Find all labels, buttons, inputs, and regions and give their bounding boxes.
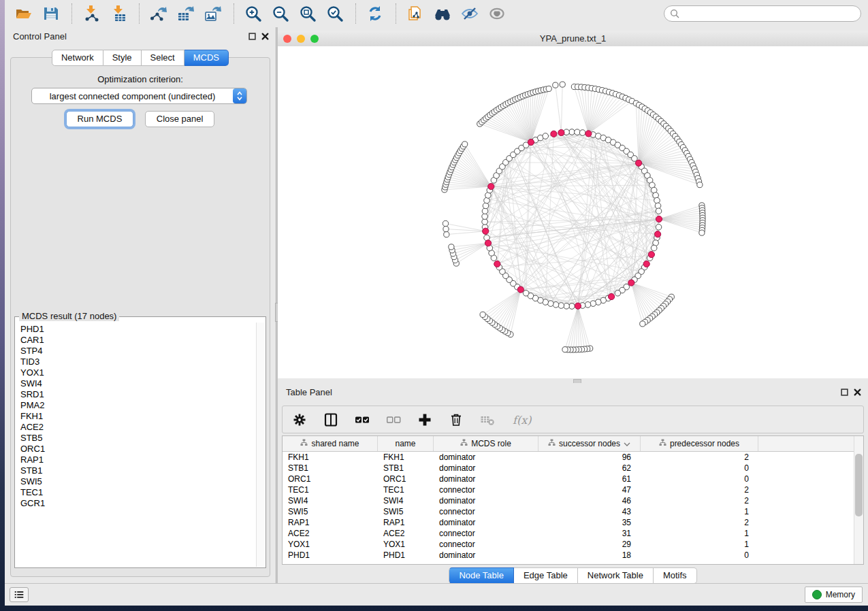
- float-icon[interactable]: [248, 33, 256, 40]
- control-panel-tabbar: NetworkStyleSelectMCDS: [5, 50, 276, 66]
- mcds-result-list[interactable]: PHD1CAR1STP4TID3YOX1SWI4SRD1PMA2FKH1ACE2…: [16, 323, 256, 567]
- table-row[interactable]: PHD1PHD1dominator180: [283, 550, 854, 561]
- table-row[interactable]: STB1STB1dominator620: [283, 463, 854, 474]
- table-row[interactable]: SWI4SWI4dominator462: [283, 495, 854, 506]
- mcds-result-item[interactable]: PMA2: [20, 400, 256, 411]
- table-row[interactable]: FKH1FKH1dominator962: [283, 452, 854, 463]
- column-header-shared-name[interactable]: shared name: [283, 436, 378, 451]
- mcds-result-item[interactable]: STB5: [20, 433, 256, 444]
- mcds-result-item[interactable]: TID3: [20, 357, 256, 367]
- cell-shared-name: ORC1: [283, 474, 378, 484]
- import-network-icon: [82, 5, 101, 22]
- refresh-button[interactable]: [366, 4, 385, 23]
- import-table-button[interactable]: [110, 4, 129, 23]
- search-box[interactable]: [664, 5, 861, 22]
- add-button[interactable]: [417, 412, 435, 428]
- mcds-result-item[interactable]: ORC1: [20, 444, 256, 455]
- column-header-successor-nodes[interactable]: successor nodes: [539, 436, 641, 451]
- table-row[interactable]: RAP1RAP1dominator352: [283, 517, 854, 528]
- delete-button[interactable]: [449, 412, 466, 428]
- zoom-in-button[interactable]: [244, 4, 263, 23]
- mcds-result-item[interactable]: CAR1: [20, 335, 256, 346]
- export-image-button[interactable]: [204, 4, 223, 23]
- network-titlebar: YPA_prune.txt_1: [278, 31, 868, 47]
- memory-button[interactable]: Memory: [805, 587, 863, 603]
- close-icon[interactable]: [854, 389, 861, 396]
- tab-motifs[interactable]: Motifs: [654, 567, 697, 584]
- table-row[interactable]: TEC1TEC1connector472: [283, 484, 854, 495]
- tab-edge-table[interactable]: Edge Table: [514, 567, 578, 584]
- table-scrollbar-thumb[interactable]: [855, 454, 863, 516]
- cell-predecessor-nodes: 0: [641, 474, 758, 484]
- table-row[interactable]: YOX1YOX1connector291: [283, 539, 854, 550]
- tab-network[interactable]: Network: [52, 50, 103, 66]
- table-tabs: Node TableEdge TableNetwork TableMotifs: [278, 567, 868, 584]
- mcds-result-item[interactable]: STB1: [20, 465, 256, 476]
- tab-node-table[interactable]: Node Table: [449, 567, 514, 584]
- mcds-result-item[interactable]: YOX1: [20, 367, 256, 378]
- tab-select[interactable]: Select: [142, 50, 184, 66]
- column-header-MCDS-role[interactable]: MCDS role: [434, 436, 539, 451]
- task-history-button[interactable]: [10, 587, 29, 602]
- mcds-result-item[interactable]: PHD1: [20, 324, 256, 335]
- select-all-button[interactable]: [355, 412, 372, 428]
- table-panel: Table Panel f(x) shared namenameMCDS rol…: [278, 383, 868, 584]
- export-table-button[interactable]: [177, 4, 196, 23]
- tab-style[interactable]: Style: [103, 50, 142, 66]
- close-panel-button[interactable]: Close panel: [145, 111, 215, 127]
- criterion-dropdown[interactable]: largest connected component (undirected): [31, 88, 247, 104]
- column-label: name: [395, 439, 415, 448]
- tab-network-table[interactable]: Network Table: [578, 567, 654, 584]
- show-hidden-button[interactable]: [488, 4, 507, 23]
- search-objects-button[interactable]: [434, 4, 453, 23]
- zoom-out-icon: [272, 5, 291, 22]
- split-panel-button[interactable]: [323, 412, 341, 428]
- close-icon[interactable]: [261, 33, 269, 40]
- import-network-button[interactable]: [82, 4, 101, 23]
- zoom-selected-icon: [326, 5, 345, 22]
- mcds-result-item[interactable]: SWI4: [20, 378, 256, 389]
- clone-network-button[interactable]: [406, 4, 425, 23]
- deselect-all-button[interactable]: [386, 412, 404, 428]
- table-row[interactable]: ORC1ORC1dominator610: [283, 474, 854, 484]
- column-header-name[interactable]: name: [378, 436, 434, 451]
- mcds-result-item[interactable]: STP4: [20, 346, 256, 357]
- float-icon[interactable]: [841, 389, 848, 396]
- mcds-result-item[interactable]: TEC1: [20, 487, 256, 498]
- cell-MCDS-role: connector: [434, 529, 539, 538]
- mcds-result-item[interactable]: SRD1: [20, 389, 256, 400]
- zoom-selected-button[interactable]: [326, 4, 345, 23]
- main-area: Control Panel NetworkStyleSelectMCDS Opt…: [5, 27, 868, 584]
- hide-selected-button[interactable]: [461, 4, 480, 23]
- network-graph[interactable]: [278, 46, 868, 378]
- cell-name: SWI5: [378, 507, 434, 516]
- settings-button[interactable]: [292, 412, 310, 428]
- mcds-result-item[interactable]: GCR1: [20, 498, 256, 509]
- run-mcds-button[interactable]: Run MCDS: [66, 111, 134, 127]
- mcds-result-item[interactable]: FKH1: [20, 411, 256, 422]
- zoom-out-button[interactable]: [272, 4, 291, 23]
- search-input[interactable]: [679, 7, 861, 20]
- sort-chevron-icon[interactable]: [624, 439, 630, 448]
- function-builder-button[interactable]: f(x): [511, 412, 537, 428]
- save-session-button[interactable]: [42, 4, 61, 23]
- mcds-buttons: Run MCDS Close panel: [11, 111, 270, 127]
- zoom-fit-button[interactable]: [299, 4, 318, 23]
- open-file-button[interactable]: [15, 4, 34, 23]
- table-row[interactable]: SWI5SWI5connector431: [283, 506, 854, 517]
- search-icon: [670, 9, 679, 18]
- column-header-predecessor-nodes[interactable]: predecessor nodes: [641, 436, 758, 451]
- cell-MCDS-role: dominator: [434, 452, 539, 462]
- delete-table-button[interactable]: [480, 412, 498, 428]
- network-canvas[interactable]: [278, 46, 868, 378]
- table-row[interactable]: ACE2ACE2connector311: [283, 528, 854, 539]
- mcds-result-scrollbar[interactable]: [256, 323, 265, 567]
- mcds-result-item[interactable]: RAP1: [20, 455, 256, 465]
- tab-mcds[interactable]: MCDS: [184, 50, 229, 66]
- mcds-result-item[interactable]: ACE2: [20, 422, 256, 433]
- mcds-result-item[interactable]: SWI5: [20, 476, 256, 487]
- export-network-button[interactable]: [150, 4, 169, 23]
- mcds-result-box: MCDS result (17 nodes) PHD1CAR1STP4TID3Y…: [14, 316, 266, 568]
- table-scrollbar[interactable]: [854, 436, 863, 564]
- horizontal-splitter[interactable]: [278, 378, 868, 383]
